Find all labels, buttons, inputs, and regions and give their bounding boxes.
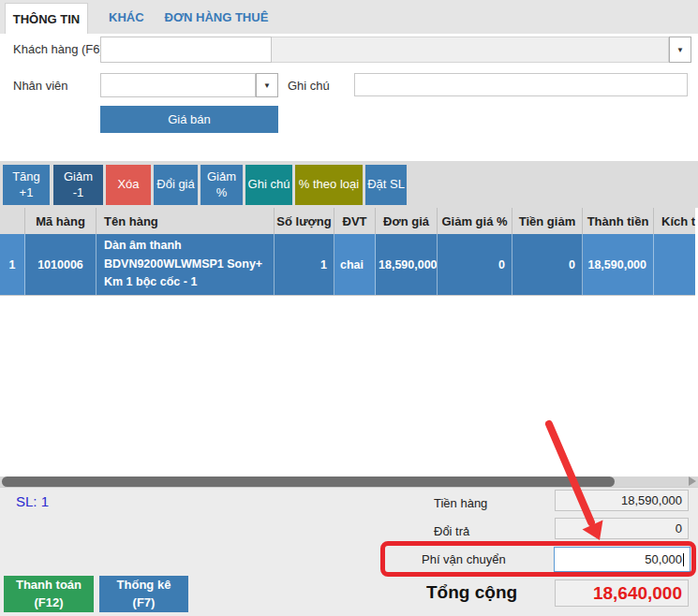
pay-button[interactable]: Thanh toán (F12) — [4, 576, 94, 612]
increase-qty-button[interactable]: Tăng +1 — [3, 165, 50, 205]
cell-ten-hang[interactable]: Dàn âm thanh BDVN9200WLWMSP1 Sony+ Km 1 … — [97, 234, 275, 295]
header-ten-hang: Tên hàng — [97, 208, 275, 234]
price-mode-button[interactable]: Giá bán — [100, 106, 278, 133]
header-stt — [0, 208, 25, 234]
cell-kich-thuoc[interactable] — [654, 234, 695, 295]
cell-don-gia[interactable]: 18,590,000 — [376, 234, 438, 295]
header-tien-giam: Tiền giảm — [512, 208, 583, 234]
text-cursor — [683, 553, 684, 566]
shipping-fee-label: Phí vận chuyển — [422, 552, 506, 566]
staff-label: Nhân viên — [13, 79, 68, 93]
pct-by-type-button[interactable]: % theo loại — [295, 165, 363, 205]
header-thanh-tien: Thành tiền — [583, 208, 654, 234]
shipping-fee-value: 50,000 — [645, 552, 682, 566]
chevron-down-icon: ▼ — [676, 46, 684, 54]
grand-total-label: Tổng cộng — [426, 582, 517, 603]
cell-so-luong[interactable]: 1 — [275, 234, 334, 295]
header-dvt: ĐVT — [334, 208, 376, 234]
shipping-fee-input[interactable]: 50,000 — [554, 547, 691, 572]
subtotal-label: Tiền hàng — [434, 496, 487, 510]
decrease-qty-button[interactable]: Giảm -1 — [53, 165, 103, 205]
tab-khac[interactable]: KHÁC — [109, 10, 144, 24]
staff-combo: ▼ — [100, 73, 278, 97]
staff-input[interactable] — [100, 73, 256, 97]
change-price-button[interactable]: Đổi giá — [154, 165, 198, 205]
header-so-luong: Số lượng — [275, 208, 334, 234]
horizontal-scrollbar-thumb[interactable] — [2, 477, 615, 487]
subtotal-value: 18,590,000 — [555, 490, 689, 511]
total-quantity-label: SL: 1 — [16, 493, 49, 509]
header-giam-gia-pct: Giảm giá % — [438, 208, 512, 234]
line-note-button[interactable]: Ghi chú — [245, 165, 292, 205]
return-value: 0 — [555, 518, 689, 539]
customer-label: Khách hàng (F6) — [13, 42, 104, 56]
header-ma-hang: Mã hàng — [25, 208, 97, 234]
pos-sale-screen: THÔNG TIN KHÁC ĐƠN HÀNG THUÊ Khách hàng … — [0, 0, 698, 616]
header-kich-thuoc: Kích th — [654, 208, 695, 234]
toolbar: Tăng +1 Giảm -1 Xóa Đổi giá Giảm % Ghi c… — [0, 161, 698, 208]
cell-tien-giam[interactable]: 0 — [512, 234, 583, 295]
table-row[interactable]: 1 1010006 Dàn âm thanh BDVN9200WLWMSP1 S… — [0, 234, 695, 296]
scrollbar-corner-icon — [689, 477, 696, 486]
header-don-gia: Đơn giá — [376, 208, 438, 234]
note-label: Ghi chú — [288, 79, 330, 93]
chevron-down-icon: ▼ — [263, 81, 271, 90]
tab-don-hang-thue[interactable]: ĐƠN HÀNG THUÊ — [165, 10, 269, 24]
cell-ma-hang[interactable]: 1010006 — [25, 234, 97, 295]
stats-button[interactable]: Thống kê (F7) — [99, 576, 188, 612]
cell-dvt[interactable]: chai — [334, 234, 376, 295]
delete-line-button[interactable]: Xóa — [106, 165, 151, 205]
discount-pct-button[interactable]: Giảm % — [200, 165, 243, 205]
grand-total-value: 18,640,000 — [555, 579, 689, 607]
table-header-row: Mã hàng Tên hàng Số lượng ĐVT Đơn giá Gi… — [0, 208, 695, 234]
cell-giam-gia-pct[interactable]: 0 — [438, 234, 512, 295]
customer-display-area — [272, 37, 669, 63]
customer-combo: ▼ — [100, 37, 691, 63]
tab-thong-tin[interactable]: THÔNG TIN — [5, 3, 88, 34]
cell-stt[interactable]: 1 — [0, 234, 25, 295]
customer-dropdown-button[interactable]: ▼ — [669, 37, 691, 63]
tab-bar: THÔNG TIN KHÁC ĐƠN HÀNG THUÊ — [0, 0, 698, 34]
set-qty-button[interactable]: Đặt SL — [365, 165, 407, 205]
staff-dropdown-button[interactable]: ▼ — [256, 73, 278, 97]
customer-input[interactable] — [100, 37, 272, 63]
return-label: Đổi trả — [434, 524, 469, 538]
cell-thanh-tien[interactable]: 18,590,000 — [583, 234, 654, 295]
note-input[interactable] — [354, 73, 688, 96]
